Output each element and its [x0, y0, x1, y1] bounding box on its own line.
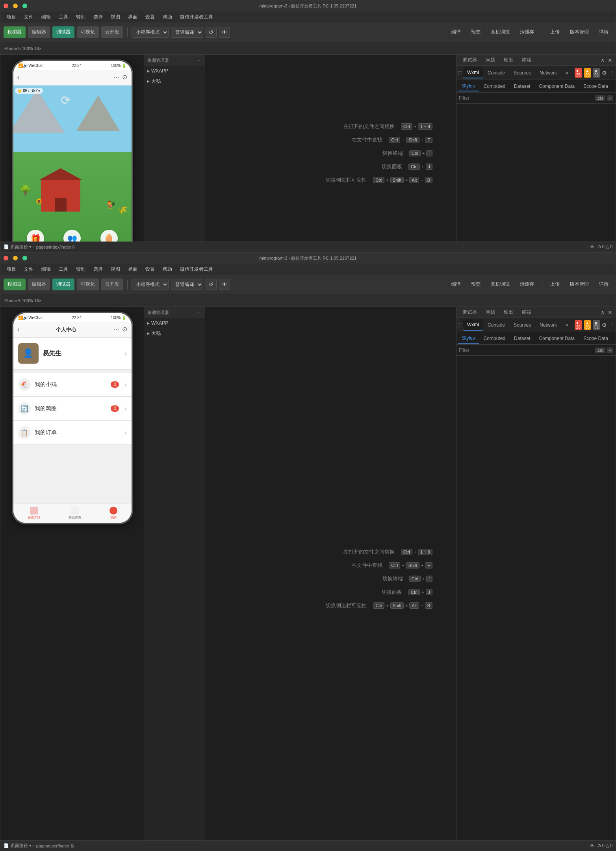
file-tree-goose-top[interactable]: ▶ 大鹅 [144, 76, 205, 86]
tab-issues-bottom[interactable]: 问题 [482, 307, 499, 318]
tab-output-bottom[interactable]: 输出 [500, 307, 517, 318]
menu-goto[interactable]: 转到 [73, 13, 89, 21]
menu-view[interactable]: 视图 [108, 13, 123, 21]
editor-btn[interactable]: 编辑器 [28, 26, 50, 38]
collapse-btn-bottom[interactable]: ∧ [600, 308, 605, 316]
version-btn-bottom[interactable]: 版本管理 [566, 279, 593, 290]
wechat-record-icon[interactable]: ⊙ [122, 73, 127, 82]
debugger-btn-bottom[interactable]: 调试器 [52, 279, 74, 290]
cls-badge-bottom[interactable]: .cls [595, 347, 605, 353]
menu-file-bottom[interactable]: 文件 [21, 265, 37, 273]
menu-select-bottom[interactable]: 选择 [90, 265, 106, 273]
preview-text-btn-bottom[interactable]: 预览 [467, 279, 484, 290]
menu-interface[interactable]: 界面 [125, 13, 141, 21]
close-btn[interactable] [4, 4, 8, 8]
simulator-btn[interactable]: 模拟器 [4, 26, 26, 38]
cloud-btn[interactable]: 云开发 [101, 26, 123, 38]
mode-select[interactable]: 小程序模式 [132, 27, 169, 38]
nav-me-bottom[interactable]: 我的 [109, 507, 117, 520]
menu-edit[interactable]: 编辑 [38, 13, 54, 21]
upload-btn[interactable]: 上传 [546, 27, 564, 38]
preview-icon-btn[interactable]: 👁 [219, 27, 230, 38]
upload-btn-bottom[interactable]: 上传 [546, 279, 564, 290]
styles-tab-component-bottom[interactable]: Component Data [535, 333, 579, 344]
file-tree-goose-bottom[interactable]: ▶ 大鹅 [144, 328, 205, 338]
real-debug-btn-bottom[interactable]: 真机调试 [487, 279, 514, 290]
menu-settings-bottom[interactable]: 设置 [142, 265, 158, 273]
compile-select-bottom[interactable]: 普通编译 [171, 279, 203, 290]
version-btn[interactable]: 版本管理 [566, 27, 593, 38]
devtools-dots-top[interactable]: ⋮ [609, 69, 616, 77]
inner-tab-wxml-top[interactable]: Wxml [463, 67, 483, 78]
simulator-btn-bottom[interactable]: 模拟器 [4, 279, 26, 290]
inner-tab-more-top[interactable]: » [562, 67, 572, 78]
inner-tab-wxml-bottom[interactable]: Wxml [463, 320, 483, 331]
filter-input-bottom[interactable] [459, 347, 593, 353]
tab-debugger-top[interactable]: 调试器 [459, 55, 481, 66]
visual-btn-bottom[interactable]: 可视化 [77, 279, 99, 290]
menu-item-orders[interactable]: 📋 我的订单 › [13, 421, 132, 445]
menu-item-chicken[interactable]: 🐔 我的小鸡 0 › [13, 373, 132, 397]
tab-output-top[interactable]: 输出 [500, 55, 517, 66]
wechat-dots-icon-bottom[interactable]: ··· [113, 325, 119, 334]
compile-text-btn-bottom[interactable]: 编译 [447, 279, 465, 290]
details-btn[interactable]: 详情 [595, 27, 612, 38]
menu-project[interactable]: 项目 [4, 13, 19, 21]
styles-tab-component-top[interactable]: Component Data [535, 81, 579, 91]
menu-project-bottom[interactable]: 项目 [4, 265, 19, 273]
inner-tab-network-top[interactable]: Network [536, 67, 561, 78]
tab-debugger-bottom[interactable]: 调试器 [459, 307, 481, 318]
breadcrumb-copy-icon-bottom[interactable]: ⎘ [71, 844, 74, 848]
menu-tools-bottom[interactable]: 工具 [56, 265, 71, 273]
filter-input-top[interactable] [459, 95, 593, 101]
cloud-btn-bottom[interactable]: 云开发 [101, 279, 123, 290]
nav-offers-bottom[interactable]: 精选优惠 [69, 507, 81, 520]
inner-tab-console-bottom[interactable]: Console [484, 320, 509, 331]
maximize-btn[interactable] [22, 4, 27, 8]
menu-select[interactable]: 选择 [90, 13, 106, 21]
menu-wechat[interactable]: 微信开发者工具 [177, 13, 216, 21]
inner-tab-sources-bottom[interactable]: Sources [510, 320, 535, 331]
minimize-btn-bottom[interactable] [13, 256, 18, 260]
devtools-dots-bottom[interactable]: ⋮ [609, 321, 616, 329]
real-debug-btn[interactable]: 真机调试 [487, 27, 514, 38]
visual-btn[interactable]: 可视化 [77, 26, 99, 38]
tab-terminal-top[interactable]: 终端 [518, 55, 535, 66]
menu-wechat-bottom[interactable]: 微信开发者工具 [177, 265, 216, 273]
clear-cache-btn-bottom[interactable]: 清缓存 [516, 279, 538, 290]
preview-text-btn[interactable]: 预览 [467, 27, 484, 38]
add-badge-bottom[interactable]: + [607, 347, 613, 353]
collapse-btn-top[interactable]: ∧ [600, 56, 605, 64]
close-btn-bottom[interactable] [4, 256, 8, 260]
file-panel-more-top[interactable]: ··· [198, 58, 202, 63]
debugger-btn[interactable]: 调试器 [52, 26, 74, 38]
inner-tab-more-bottom[interactable]: » [562, 320, 572, 331]
devtools-inspect-icon-bottom[interactable]: ⬚ [458, 321, 462, 329]
inner-tab-sources-top[interactable]: Sources [510, 67, 535, 78]
styles-tab-scope-top[interactable]: Scope Data [579, 81, 612, 91]
user-profile-card[interactable]: 👤 易先生 › [13, 338, 132, 370]
minimize-btn[interactable] [13, 4, 18, 8]
cls-badge-top[interactable]: .cls [595, 95, 605, 101]
file-tree-wxapp-bottom[interactable]: ▶ WXAPP [144, 318, 205, 328]
styles-tab-scope-bottom[interactable]: Scope Data [579, 333, 612, 344]
breadcrumb-copy-icon[interactable]: ⎘ [72, 245, 75, 249]
compile-select[interactable]: 普通编译 [171, 27, 203, 38]
refresh-btn-bottom[interactable]: ↺ [206, 279, 217, 290]
file-panel-more-bottom[interactable]: ··· [198, 310, 202, 315]
menu-file[interactable]: 文件 [21, 13, 37, 21]
compile-text-btn[interactable]: 编译 [447, 27, 465, 38]
tab-terminal-bottom[interactable]: 终端 [518, 307, 535, 318]
menu-goto-bottom[interactable]: 转到 [73, 265, 89, 273]
inner-tab-network-bottom[interactable]: Network [536, 320, 561, 331]
wechat-record-icon-bottom[interactable]: ⊙ [122, 325, 127, 334]
styles-tab-dataset-top[interactable]: Dataset [510, 81, 534, 91]
refresh-btn[interactable]: ↺ [206, 27, 217, 38]
inner-tab-console-top[interactable]: Console [484, 67, 509, 78]
menu-edit-bottom[interactable]: 编辑 [38, 265, 54, 273]
menu-help[interactable]: 帮助 [160, 13, 175, 21]
clear-cache-btn[interactable]: 清缓存 [516, 27, 538, 38]
devtools-inspect-icon[interactable]: ⬚ [458, 69, 462, 77]
menu-settings[interactable]: 设置 [142, 13, 158, 21]
devtools-gear-top[interactable]: ⚙ [601, 69, 608, 77]
